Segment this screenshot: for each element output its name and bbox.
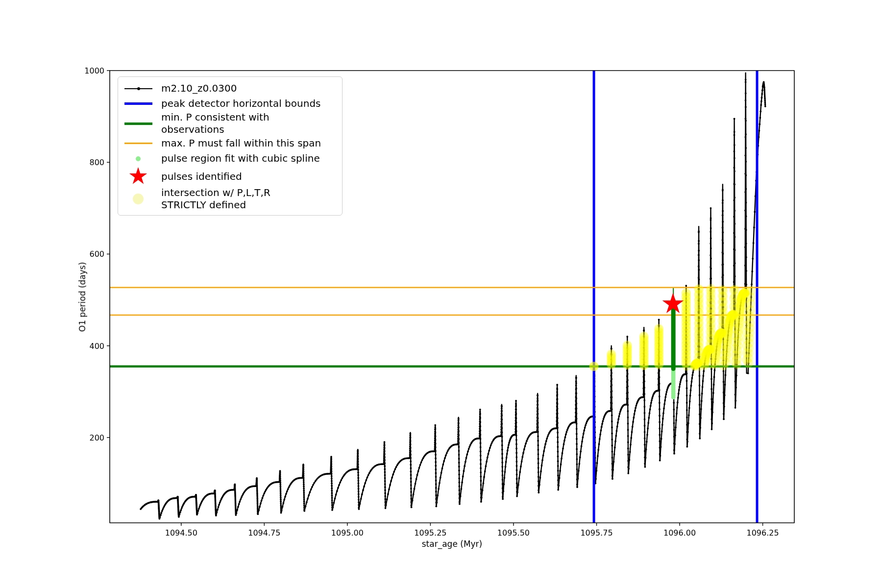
- legend-entry-label: pulses identified: [161, 171, 242, 183]
- x-tick-label: 1095.25: [414, 528, 446, 538]
- legend-entry-label: m2.10_z0.0300: [161, 82, 237, 95]
- y-tick-label: 600: [89, 249, 104, 259]
- line-icon: [124, 143, 152, 144]
- x-tick-label: 1094.75: [248, 528, 280, 538]
- legend-entry: pulses identified: [123, 166, 335, 187]
- legend-line-icon: [123, 102, 153, 105]
- dot-icon: [136, 156, 141, 161]
- legend-entry-label: max. P must fall within this span: [161, 137, 321, 149]
- legend-entry-label: pulse region fit with cubic spline: [161, 152, 320, 165]
- legend-entry: peak detector horizontal bounds: [123, 96, 335, 111]
- star-marker-icon: [123, 166, 153, 187]
- legend-entry-label: intersection w/ P,L,T,R STRICTLY defined: [161, 187, 270, 211]
- figure: 1094.501094.751095.001095.251095.501095.…: [0, 0, 882, 588]
- star-icon: [128, 166, 148, 187]
- legend: m2.10_z0.0300peak detector horizontal bo…: [118, 76, 343, 216]
- legend-entry-label: min. P consistent with observations: [161, 111, 335, 136]
- x-tick-label: 1096.25: [746, 528, 779, 538]
- dot-marker-icon: [123, 194, 153, 204]
- y-axis-label: O1 period (days): [77, 262, 87, 332]
- x-tick-label: 1096.00: [663, 528, 696, 538]
- dot-icon: [133, 194, 144, 204]
- line-icon: [124, 122, 152, 125]
- x-tick-label: 1094.50: [165, 528, 197, 538]
- line-icon: [124, 102, 152, 105]
- legend-entry: m2.10_z0.0300: [123, 81, 335, 96]
- y-tick-label: 200: [89, 433, 104, 442]
- y-tick-label: 800: [89, 158, 104, 167]
- line-with-dot-marker-icon: [123, 88, 153, 89]
- legend-entry: pulse region fit with cubic spline: [123, 151, 335, 166]
- dot-marker-icon: [123, 156, 153, 161]
- x-axis-label: star_age (Myr): [422, 539, 482, 549]
- x-tick-label: 1095.00: [331, 528, 364, 538]
- series-line-icon: [124, 88, 152, 89]
- legend-line-icon: [123, 143, 153, 144]
- x-tick-label: 1095.50: [497, 528, 530, 538]
- y-tick-label: 400: [89, 341, 104, 350]
- legend-entry: max. P must fall within this span: [123, 136, 335, 151]
- legend-entry: min. P consistent with observations: [123, 111, 335, 136]
- y-tick-label: 1000: [84, 66, 104, 75]
- legend-entry: intersection w/ P,L,T,R STRICTLY defined: [123, 187, 335, 211]
- legend-line-icon: [123, 122, 153, 125]
- x-tick-label: 1095.75: [580, 528, 612, 538]
- legend-entry-label: peak detector horizontal bounds: [161, 98, 321, 110]
